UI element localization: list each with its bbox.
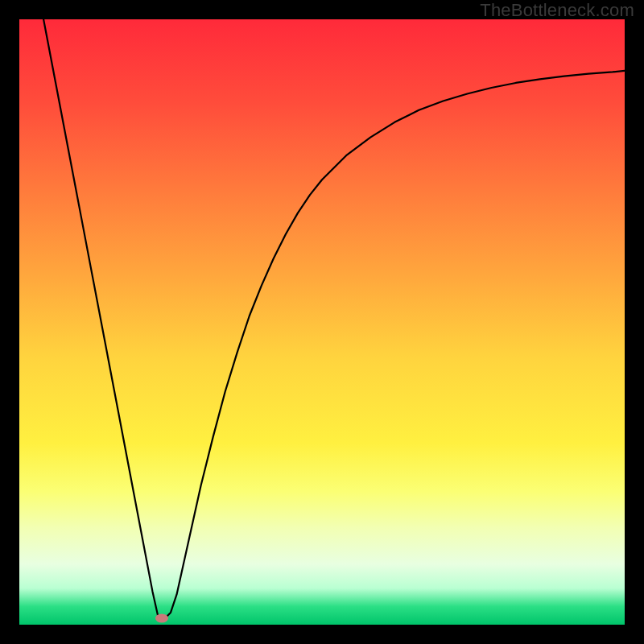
- watermark-text: TheBottleneck.com: [480, 0, 634, 21]
- curve-svg: [19, 19, 625, 625]
- chart-frame: TheBottleneck.com: [0, 0, 644, 644]
- plot-area: [19, 19, 625, 625]
- optimal-point-marker: [155, 614, 168, 623]
- bottleneck-curve: [43, 19, 625, 618]
